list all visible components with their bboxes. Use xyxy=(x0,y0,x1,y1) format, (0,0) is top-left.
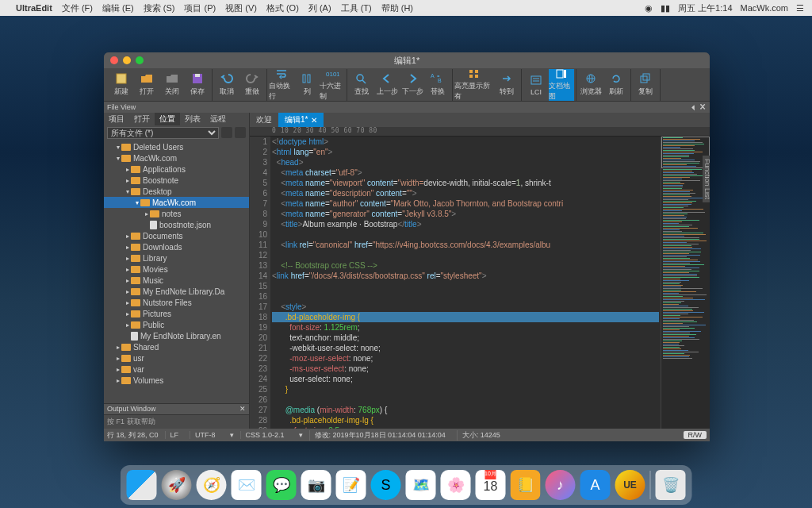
docmap-button[interactable]: 文档地图 xyxy=(549,69,574,101)
lci-button[interactable]: LCI xyxy=(523,69,549,101)
tree-item[interactable]: ▸Music xyxy=(104,275,249,286)
goto-button[interactable]: 转到 xyxy=(494,69,519,101)
tree-item[interactable]: ▸Shared xyxy=(104,341,249,352)
dock-mail[interactable]: ✉️ xyxy=(232,470,262,500)
window-minimize-button[interactable] xyxy=(123,56,131,64)
prev-button[interactable]: 上一步 xyxy=(374,69,400,101)
tree-item[interactable]: ▸My EndNote Library.Da xyxy=(104,286,249,297)
tree-item[interactable]: ▸Library xyxy=(104,252,249,264)
menu-list-icon[interactable]: ☰ xyxy=(796,3,804,13)
status-language[interactable]: CSS 1.0-2.1 xyxy=(240,431,289,439)
undo-button[interactable]: 取消 xyxy=(214,69,239,101)
tab-welcome[interactable]: 欢迎 xyxy=(250,113,278,127)
file-tree[interactable]: ▾Deleted Users▾MacWk.com▸Applications▸Bo… xyxy=(104,140,249,403)
menubar-clock[interactable]: 周五 上午1:14 xyxy=(678,2,732,14)
tree-item[interactable]: ▾MacWk.com xyxy=(104,197,249,208)
close-button[interactable]: 关闭 xyxy=(159,69,185,101)
browser-button[interactable]: 浏览器 xyxy=(578,69,603,101)
svg-rect-3 xyxy=(303,75,305,83)
tab-close-icon[interactable]: ✕ xyxy=(311,116,317,125)
tree-item[interactable]: My EndNote Library.en xyxy=(104,330,249,341)
menu-view[interactable]: 视图 (V) xyxy=(225,2,257,14)
filter-action-icon-2[interactable] xyxy=(235,127,246,138)
tab-location[interactable]: 位置 xyxy=(155,113,180,125)
menu-project[interactable]: 项目 (P) xyxy=(184,2,216,14)
file-filter-select[interactable]: 所有文件 (*) xyxy=(107,127,219,139)
new-button[interactable]: 新建 xyxy=(109,69,134,101)
function-list-tab[interactable]: Function List xyxy=(703,156,710,202)
status-lineending[interactable]: LF xyxy=(165,431,184,439)
dock-notes[interactable]: 📝 xyxy=(336,470,366,500)
dock-trash[interactable]: 🗑️ xyxy=(656,470,686,500)
tree-item[interactable]: ▸Pictures xyxy=(104,308,249,319)
dock-photos[interactable]: 🌸 xyxy=(441,470,471,500)
status-position[interactable]: 行 18, 列 28, C0 xyxy=(107,430,159,441)
line-gutter[interactable]: 1234567891011121314151617181920212223242… xyxy=(250,137,270,429)
tree-item[interactable]: ▸Boostnote xyxy=(104,175,249,186)
dock-music[interactable]: ♪ xyxy=(546,470,576,500)
save-button[interactable]: 保存 xyxy=(185,69,210,101)
tab-edit1[interactable]: 编辑1*✕ xyxy=(278,113,324,127)
replace-button[interactable]: AB替换 xyxy=(425,69,450,101)
dock-launchpad[interactable]: 🚀 xyxy=(162,470,192,500)
tree-item[interactable]: ▸Applications xyxy=(104,164,249,175)
output-close-icon[interactable]: ✕ xyxy=(239,405,246,414)
menu-format[interactable]: 格式 (O) xyxy=(266,2,299,14)
file-view-close-icon[interactable]: ⏴ ✕ xyxy=(690,103,707,111)
tree-item[interactable]: ▸usr xyxy=(104,352,249,364)
dock-messages[interactable]: 💬 xyxy=(266,470,297,500)
menu-edit[interactable]: 编辑 (E) xyxy=(102,2,134,14)
output-window-header[interactable]: Output Window ✕ xyxy=(104,403,249,414)
status-readwrite[interactable]: R/W xyxy=(684,431,707,439)
redo-button[interactable]: 重做 xyxy=(239,69,265,101)
tree-item[interactable]: ▸var xyxy=(104,364,249,375)
menubar-app-name[interactable]: UltraEdit xyxy=(16,3,52,13)
window-titlebar[interactable]: 编辑1* xyxy=(104,52,710,68)
next-button[interactable]: 下一步 xyxy=(400,69,425,101)
copy-button[interactable]: 复制 xyxy=(633,69,658,101)
dock-safari[interactable]: 🧭 xyxy=(197,470,227,500)
dock-contacts[interactable]: 📒 xyxy=(511,470,541,500)
tree-item[interactable]: ▸Downloads xyxy=(104,241,249,252)
dock-calendar[interactable]: 10月18 xyxy=(476,470,506,500)
dock-skype[interactable]: S xyxy=(371,470,401,500)
highlight-all-button[interactable]: 高亮显示所有 xyxy=(454,69,494,101)
tab-list[interactable]: 列表 xyxy=(180,113,205,125)
tree-item[interactable]: ▾MacWk.com xyxy=(104,152,249,164)
menu-tools[interactable]: 工具 (T) xyxy=(341,2,372,14)
tree-item[interactable]: ▸Documents xyxy=(104,230,249,241)
column-button[interactable]: 列 xyxy=(294,69,320,101)
tree-item[interactable]: ▸notes xyxy=(104,208,249,219)
menu-search[interactable]: 搜索 (S) xyxy=(144,2,175,14)
dock-photo-booth[interactable]: 📷 xyxy=(301,470,331,500)
dock-appstore[interactable]: A xyxy=(580,470,611,500)
wifi-icon[interactable]: ◉ xyxy=(645,3,653,13)
dock-maps[interactable]: 🗺️ xyxy=(406,470,436,500)
tab-project[interactable]: 项目 xyxy=(104,113,129,125)
tab-remote[interactable]: 远程 xyxy=(205,113,231,125)
filter-action-icon-1[interactable] xyxy=(221,127,232,138)
wordwrap-button[interactable]: 自动换行 xyxy=(269,69,294,101)
tree-item[interactable]: ▾Desktop xyxy=(104,186,249,197)
refresh-button[interactable]: 刷新 xyxy=(603,69,629,101)
dock-finder[interactable] xyxy=(127,470,157,500)
tab-open[interactable]: 打开 xyxy=(129,113,155,125)
tree-item[interactable]: ▸Volumes xyxy=(104,375,249,386)
tree-item[interactable]: ▸Movies xyxy=(104,264,249,275)
menu-column[interactable]: 列 (A) xyxy=(308,2,331,14)
window-maximize-button[interactable] xyxy=(136,56,144,64)
battery-icon[interactable]: ▮▮ xyxy=(661,3,670,13)
tree-item[interactable]: ▸Nutstore Files xyxy=(104,297,249,308)
tree-item[interactable]: ▾Deleted Users xyxy=(104,141,249,152)
tree-item[interactable]: boostnote.json xyxy=(104,219,249,230)
status-encoding[interactable]: UTF-8 xyxy=(190,431,220,439)
find-button[interactable]: 查找 xyxy=(349,69,374,101)
open-button[interactable]: 打开 xyxy=(134,69,159,101)
tree-item[interactable]: ▸Public xyxy=(104,319,249,330)
menu-help[interactable]: 帮助 (H) xyxy=(381,2,413,14)
code-editor[interactable]: <!doctype html><html lang="en"> <head> <… xyxy=(270,137,661,429)
hex-button[interactable]: 0101十六进制 xyxy=(320,69,345,101)
dock-ultraedit[interactable]: UE xyxy=(615,470,645,500)
window-close-button[interactable] xyxy=(110,56,118,64)
menu-file[interactable]: 文件 (F) xyxy=(62,2,93,14)
